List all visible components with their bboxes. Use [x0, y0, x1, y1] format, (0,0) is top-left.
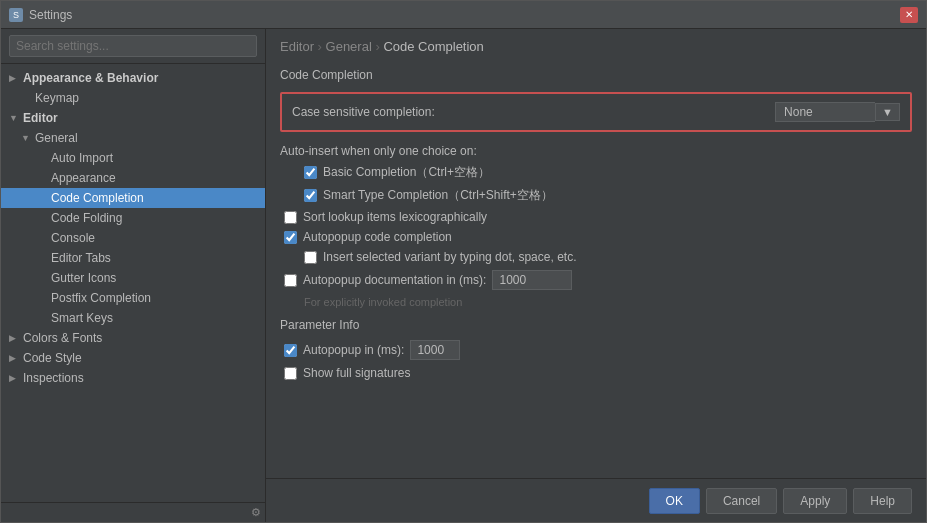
title-bar: S Settings ✕ — [1, 1, 926, 29]
sidebar-item-editor[interactable]: ▼ Editor — [1, 108, 265, 128]
tree: ▶ Appearance & Behavior Keymap ▼ Editor … — [1, 64, 265, 502]
sidebar-item-label: Code Folding — [51, 211, 122, 225]
arrow-icon: ▶ — [9, 333, 19, 343]
sidebar-item-appearance[interactable]: Appearance — [1, 168, 265, 188]
sidebar-item-code-completion[interactable]: Code Completion — [1, 188, 265, 208]
autopopup-doc-label: Autopopup documentation in (ms): — [303, 273, 486, 287]
sidebar-bottom: ⚙ — [1, 502, 265, 522]
arrow-icon: ▼ — [21, 133, 31, 143]
sidebar-item-colors-fonts[interactable]: ▶ Colors & Fonts — [1, 328, 265, 348]
insert-variant-checkbox[interactable] — [304, 251, 317, 264]
sidebar-item-label: Console — [51, 231, 95, 245]
search-input[interactable] — [9, 35, 257, 57]
help-button[interactable]: Help — [853, 488, 912, 514]
window-icon: S — [9, 8, 23, 22]
sidebar-item-editor-tabs[interactable]: Editor Tabs — [1, 248, 265, 268]
show-full-sig-label: Show full signatures — [303, 366, 410, 380]
sidebar-item-code-style[interactable]: ▶ Code Style — [1, 348, 265, 368]
sidebar-item-label: Inspections — [23, 371, 84, 385]
sidebar-item-label: Editor Tabs — [51, 251, 111, 265]
breadcrumb-part1: Editor — [280, 39, 314, 54]
sort-lookup-label: Sort lookup items lexicographically — [303, 210, 487, 224]
section-title: Code Completion — [280, 68, 912, 82]
sidebar-item-label: Code Style — [23, 351, 82, 365]
autopopup-row: Autopopup code completion — [280, 230, 912, 244]
smart-completion-row: Smart Type Completion（Ctrl+Shift+空格） — [280, 187, 912, 204]
autopopup-doc-hint: For explicitly invoked completion — [304, 296, 912, 308]
basic-completion-checkbox[interactable] — [304, 166, 317, 179]
breadcrumb-sep1: › — [318, 39, 326, 54]
arrow-icon: ▶ — [9, 73, 19, 83]
search-box — [1, 29, 265, 64]
sidebar-item-general[interactable]: ▼ General — [1, 128, 265, 148]
window-title: Settings — [29, 8, 72, 22]
dropdown-group: None All First letter ▼ — [775, 102, 900, 122]
show-full-sig-row: Show full signatures — [280, 366, 912, 380]
param-autopopup-row: Autopopup in (ms): — [280, 340, 912, 360]
sidebar-item-label: Appearance & Behavior — [23, 71, 158, 85]
sidebar-item-label: Code Completion — [51, 191, 144, 205]
sidebar: ▶ Appearance & Behavior Keymap ▼ Editor … — [1, 29, 266, 522]
sidebar-item-keymap[interactable]: Keymap — [1, 88, 265, 108]
sidebar-item-label: Editor — [23, 111, 58, 125]
sidebar-item-label: Auto Import — [51, 151, 113, 165]
breadcrumb-part2: General — [326, 39, 372, 54]
case-sensitive-label: Case sensitive completion: — [292, 105, 435, 119]
param-autopopup-checkbox[interactable] — [284, 344, 297, 357]
show-full-sig-checkbox[interactable] — [284, 367, 297, 380]
sidebar-item-label: General — [35, 131, 78, 145]
sidebar-item-console[interactable]: Console — [1, 228, 265, 248]
gear-icon[interactable]: ⚙ — [251, 506, 261, 519]
sidebar-item-gutter-icons[interactable]: Gutter Icons — [1, 268, 265, 288]
param-autopopup-input[interactable] — [410, 340, 460, 360]
sidebar-item-label: Smart Keys — [51, 311, 113, 325]
sidebar-item-label: Postfix Completion — [51, 291, 151, 305]
title-bar-left: S Settings — [9, 8, 72, 22]
autopopup-label: Autopopup code completion — [303, 230, 452, 244]
apply-button[interactable]: Apply — [783, 488, 847, 514]
auto-insert-label: Auto-insert when only one choice on: — [280, 144, 912, 158]
param-info-section: Parameter Info Autopopup in (ms): Show f… — [280, 318, 912, 380]
autopopup-doc-checkbox[interactable] — [284, 274, 297, 287]
breadcrumb: Editor › General › Code Completion — [266, 29, 926, 60]
cancel-button[interactable]: Cancel — [706, 488, 777, 514]
dropdown-arrow-button[interactable]: ▼ — [875, 103, 900, 121]
close-button[interactable]: ✕ — [900, 7, 918, 23]
sidebar-item-appearance-behavior[interactable]: ▶ Appearance & Behavior — [1, 68, 265, 88]
sort-lookup-checkbox[interactable] — [284, 211, 297, 224]
case-sensitive-box: Case sensitive completion: None All Firs… — [280, 92, 912, 132]
main-content: ▶ Appearance & Behavior Keymap ▼ Editor … — [1, 29, 926, 522]
sidebar-item-code-folding[interactable]: Code Folding — [1, 208, 265, 228]
settings-window: S Settings ✕ ▶ Appearance & Behavior Key… — [0, 0, 927, 523]
arrow-icon: ▶ — [9, 353, 19, 363]
smart-completion-label: Smart Type Completion（Ctrl+Shift+空格） — [323, 187, 553, 204]
smart-completion-checkbox[interactable] — [304, 189, 317, 202]
bottom-bar: OK Cancel Apply Help — [266, 478, 926, 522]
sort-lookup-row: Sort lookup items lexicographically — [280, 210, 912, 224]
basic-completion-label: Basic Completion（Ctrl+空格） — [323, 164, 490, 181]
sidebar-item-inspections[interactable]: ▶ Inspections — [1, 368, 265, 388]
sidebar-item-label: Gutter Icons — [51, 271, 116, 285]
sidebar-item-label: Keymap — [35, 91, 79, 105]
autopopup-doc-row: Autopopup documentation in (ms): — [280, 270, 912, 290]
arrow-icon: ▼ — [9, 113, 19, 123]
arrow-icon: ▶ — [9, 373, 19, 383]
insert-variant-label: Insert selected variant by typing dot, s… — [323, 250, 576, 264]
breadcrumb-part3: Code Completion — [383, 39, 483, 54]
sidebar-item-label: Colors & Fonts — [23, 331, 102, 345]
param-autopopup-label: Autopopup in (ms): — [303, 343, 404, 357]
autopopup-doc-input[interactable] — [492, 270, 572, 290]
sidebar-item-auto-import[interactable]: Auto Import — [1, 148, 265, 168]
sidebar-item-postfix-completion[interactable]: Postfix Completion — [1, 288, 265, 308]
param-info-title: Parameter Info — [280, 318, 912, 332]
sidebar-item-label: Appearance — [51, 171, 116, 185]
autopopup-checkbox[interactable] — [284, 231, 297, 244]
sidebar-item-smart-keys[interactable]: Smart Keys — [1, 308, 265, 328]
right-panel: Editor › General › Code Completion Code … — [266, 29, 926, 522]
insert-variant-row: Insert selected variant by typing dot, s… — [280, 250, 912, 264]
panel-content: Code Completion Case sensitive completio… — [266, 60, 926, 478]
ok-button[interactable]: OK — [649, 488, 700, 514]
case-sensitive-dropdown[interactable]: None All First letter — [775, 102, 875, 122]
basic-completion-row: Basic Completion（Ctrl+空格） — [280, 164, 912, 181]
